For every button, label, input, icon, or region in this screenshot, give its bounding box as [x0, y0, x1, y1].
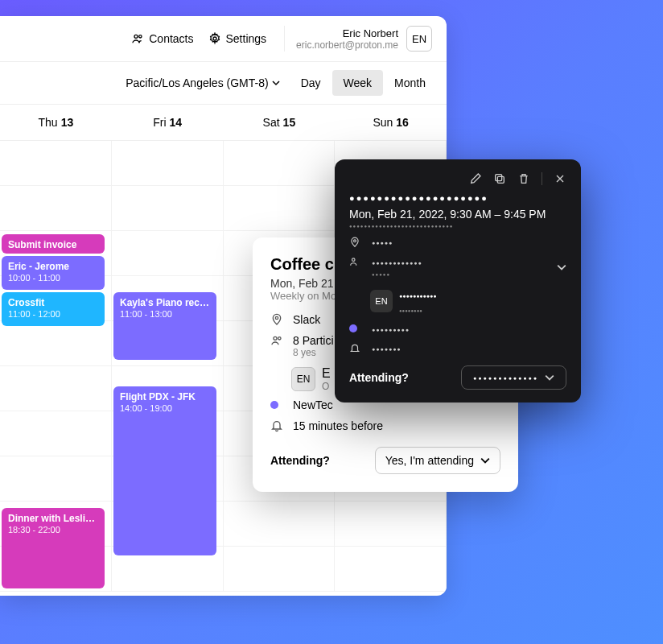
reminder-row: ●●●●●●● — [349, 343, 566, 354]
popup-actions — [349, 172, 566, 185]
event-crossfit[interactable]: Crossfit 11:00 - 12:00 — [2, 292, 105, 326]
day-header[interactable]: Thu13 — [0, 105, 112, 140]
participants-icon — [270, 334, 285, 347]
svg-point-5 — [278, 337, 281, 340]
svg-point-9 — [352, 258, 356, 262]
day-header[interactable]: Fri14 — [112, 105, 224, 140]
svg-point-4 — [274, 336, 277, 340]
location-row: ●●●●● — [349, 237, 566, 248]
view-day-button[interactable]: Day — [290, 70, 332, 96]
event-dinner[interactable]: Dinner with Leslie... 18:30 - 22:00 — [2, 508, 105, 588]
caret-down-icon — [272, 79, 280, 87]
view-toolbar: Pacific/Los Angeles (GMT-8) Day Week Mon… — [0, 62, 447, 105]
contacts-icon — [131, 32, 144, 45]
bell-icon — [270, 419, 285, 432]
svg-point-8 — [354, 240, 356, 242]
event-recurrence-masked: ●●●●●●●●●●●●●●●●●●●●●●●●●●●● — [349, 224, 566, 229]
reminder-row: 15 minutes before — [270, 419, 500, 432]
svg-rect-7 — [496, 175, 502, 181]
event-submit-invoice[interactable]: Submit invoice — [2, 234, 105, 254]
trash-icon[interactable] — [517, 172, 530, 185]
close-icon[interactable] — [554, 172, 566, 185]
attending-label: Attending? — [349, 371, 409, 384]
user-menu[interactable]: Eric Norbert eric.norbert@proton.me EN — [284, 26, 432, 52]
user-email: eric.norbert@proton.me — [296, 39, 398, 51]
chevron-down-icon — [545, 373, 554, 382]
chevron-down-icon — [480, 456, 490, 465]
organizer-avatar: EN — [291, 367, 315, 391]
attending-row: Attending? ●●●●●●●●●●●●● — [349, 365, 566, 390]
gear-icon — [208, 32, 221, 45]
organizer-row: EN ●●●●●●●●●●●●●●●●●●● — [370, 287, 566, 316]
event-date: Mon, Feb 21, 2022, 9:30 AM – 9:45 PM — [349, 208, 566, 221]
event-title-masked: ●●●●●●●●●●●●●●●●●●●● — [349, 193, 566, 203]
day-header[interactable]: Sun16 — [335, 105, 447, 140]
svg-rect-6 — [497, 176, 504, 183]
location-icon — [270, 313, 285, 326]
user-name: Eric Norbert — [296, 27, 398, 39]
contacts-label: Contacts — [149, 32, 193, 45]
chevron-down-icon[interactable] — [557, 262, 566, 272]
settings-button[interactable]: Settings — [208, 32, 267, 45]
svg-point-1 — [139, 35, 142, 38]
settings-label: Settings — [226, 32, 267, 45]
calendar-color-dot — [270, 401, 278, 409]
attending-select[interactable]: Yes, I'm attending — [375, 447, 500, 474]
location-icon — [349, 237, 364, 248]
attending-select[interactable]: ●●●●●●●●●●●●● — [461, 365, 566, 390]
view-month-button[interactable]: Month — [383, 70, 437, 96]
event-details-popup-dark: ●●●●●●●●●●●●●●●●●●●● Mon, Feb 21, 2022, … — [335, 159, 581, 402]
participants-row[interactable]: ●●●●●●●●●●●●●●●●● — [349, 256, 566, 279]
attending-row: Attending? Yes, I'm attending — [270, 447, 500, 474]
event-eric-jerome[interactable]: Eric - Jerome 10:00 - 11:00 — [2, 256, 105, 290]
calendar-row: ●●●●●●●●● — [349, 324, 566, 335]
svg-point-2 — [213, 37, 216, 40]
event-flight[interactable]: Flight PDX - JFK 14:00 - 19:00 — [113, 386, 216, 555]
organizer-avatar: EN — [370, 290, 393, 312]
calendar-color-dot — [349, 324, 357, 332]
edit-icon[interactable] — [469, 172, 482, 185]
attending-label: Attending? — [270, 454, 330, 467]
day-header[interactable]: Sat15 — [224, 105, 336, 140]
svg-point-0 — [134, 35, 138, 38]
participants-icon — [349, 256, 364, 267]
contacts-button[interactable]: Contacts — [131, 32, 193, 45]
days-header: Thu13 Fri14 Sat15 Sun16 — [0, 105, 447, 141]
top-toolbar: Contacts Settings Eric Norbert eric.norb… — [0, 16, 447, 62]
view-week-button[interactable]: Week — [332, 70, 384, 96]
copy-icon[interactable] — [493, 172, 506, 185]
user-avatar[interactable]: EN — [406, 26, 432, 52]
svg-point-3 — [275, 316, 278, 319]
timezone-select[interactable]: Pacific/Los Angeles (GMT-8) — [126, 76, 279, 89]
bell-icon — [349, 343, 364, 354]
event-piano[interactable]: Kayla's Piano reci... 11:00 - 13:00 — [113, 292, 216, 360]
